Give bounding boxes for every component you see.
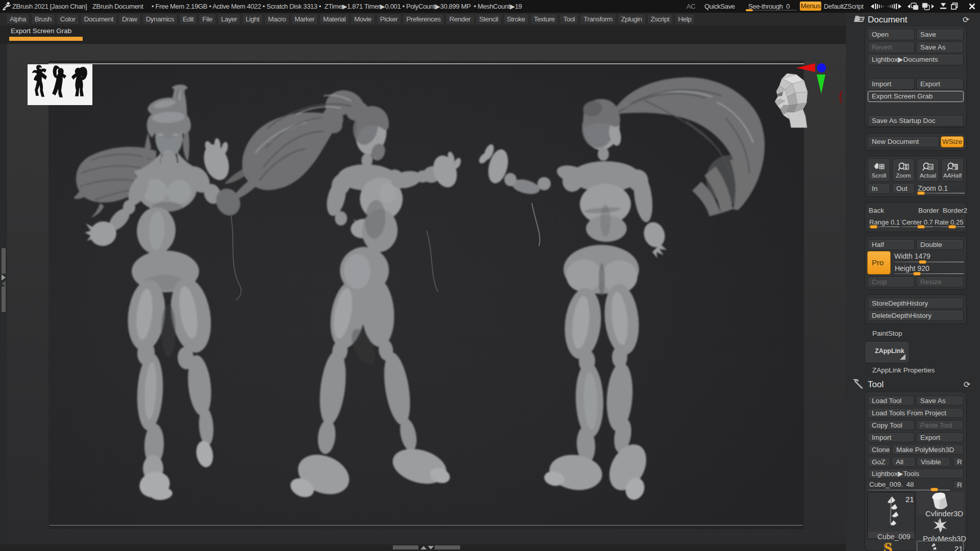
svg-text:S: S <box>884 540 892 551</box>
svg-text:x1: x1 <box>928 165 933 169</box>
